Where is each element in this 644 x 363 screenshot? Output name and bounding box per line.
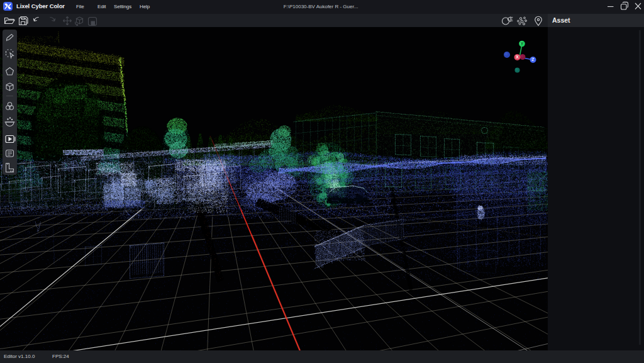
svg-text:Z: Z (532, 57, 535, 62)
svg-text:X: X (516, 55, 519, 59)
svg-text:Y: Y (521, 42, 524, 46)
